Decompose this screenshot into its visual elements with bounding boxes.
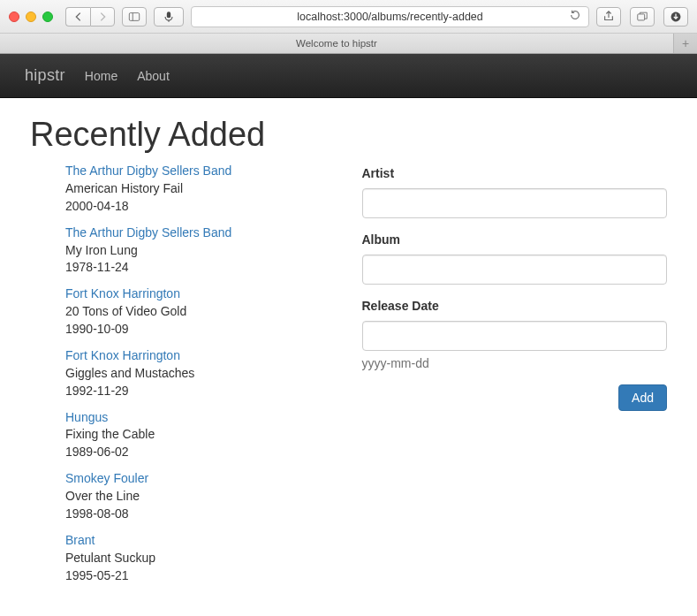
artist-input[interactable] bbox=[362, 188, 668, 218]
tabs-button[interactable] bbox=[630, 7, 655, 27]
share-icon bbox=[602, 11, 615, 23]
page-title: Recently Added bbox=[30, 116, 667, 154]
artist-label: Artist bbox=[362, 166, 668, 180]
list-item: HungusFixing the Cable1989-06-02 bbox=[65, 409, 336, 462]
download-icon bbox=[670, 11, 682, 23]
artist-link[interactable]: Fort Knox Harrington bbox=[65, 285, 336, 303]
album-name: American History Fail bbox=[65, 180, 336, 198]
artist-link[interactable]: Brant bbox=[65, 532, 336, 550]
new-tab-button[interactable]: + bbox=[674, 34, 697, 53]
artist-link[interactable]: The Arthur Digby Sellers Band bbox=[65, 163, 336, 180]
reload-icon bbox=[569, 9, 581, 21]
release-date: 1992-11-29 bbox=[65, 383, 336, 400]
release-field-group: Release Date yyyy-mm-dd bbox=[362, 299, 668, 370]
album-input[interactable] bbox=[362, 255, 668, 285]
browser-tab[interactable]: Welcome to hipstr bbox=[0, 34, 674, 53]
album-field-group: Album bbox=[362, 232, 668, 285]
plus-icon: + bbox=[682, 36, 689, 50]
list-item: Fort Knox Harrington20 Tons of Video Gol… bbox=[65, 285, 336, 338]
microphone-icon bbox=[163, 11, 175, 23]
reader-button[interactable] bbox=[154, 7, 184, 27]
list-item: BrantPetulant Suckup1995-05-21 bbox=[65, 532, 336, 585]
artist-link[interactable]: Fort Knox Harrington bbox=[65, 347, 336, 365]
tab-title: Welcome to hipstr bbox=[296, 38, 377, 49]
downloads-button[interactable] bbox=[663, 7, 688, 27]
chevron-left-icon bbox=[72, 11, 85, 23]
release-date: 2000-04-18 bbox=[65, 198, 336, 216]
brand[interactable]: hipstr bbox=[25, 66, 65, 85]
release-date: 1990-10-09 bbox=[65, 321, 336, 338]
album-name: Over the Line bbox=[65, 488, 336, 506]
app-navbar: hipstr Home About bbox=[0, 54, 697, 98]
forward-button[interactable] bbox=[90, 7, 115, 27]
artist-link[interactable]: Smokey Fouler bbox=[65, 470, 336, 488]
nav-link-home[interactable]: Home bbox=[85, 69, 117, 83]
albums-column: The Arthur Digby Sellers BandAmerican Hi… bbox=[30, 163, 336, 593]
close-window-button[interactable] bbox=[9, 11, 19, 22]
release-date: 1989-06-02 bbox=[65, 444, 336, 461]
tab-bar: Welcome to hipstr + bbox=[0, 34, 697, 54]
form-column: Artist Album Release Date yyyy-mm-dd Add bbox=[362, 163, 668, 593]
url-text: localhost:3000/albums/recently-added bbox=[297, 11, 483, 23]
artist-link[interactable]: The Arthur Digby Sellers Band bbox=[65, 224, 336, 242]
release-help-text: yyyy-mm-dd bbox=[362, 356, 668, 370]
release-date: 1995-05-21 bbox=[65, 567, 336, 585]
toolbar-right bbox=[596, 7, 688, 27]
album-name: 20 Tons of Video Gold bbox=[65, 303, 336, 321]
list-item: The Arthur Digby Sellers BandAmerican Hi… bbox=[65, 163, 336, 216]
svg-rect-0 bbox=[129, 12, 139, 20]
minimize-window-button[interactable] bbox=[26, 11, 36, 22]
artist-field-group: Artist bbox=[362, 166, 668, 218]
album-name: My Iron Lung bbox=[65, 242, 336, 260]
page-content: Recently Added The Arthur Digby Sellers … bbox=[0, 98, 697, 616]
sidebar-icon bbox=[128, 11, 140, 23]
add-button[interactable]: Add bbox=[618, 384, 667, 411]
zoom-window-button[interactable] bbox=[42, 11, 53, 22]
window-controls bbox=[9, 11, 53, 22]
list-item: The Arthur Digby Sellers BandMy Iron Lun… bbox=[65, 224, 336, 278]
browser-toolbar: localhost:3000/albums/recently-added bbox=[0, 0, 697, 34]
artist-link[interactable]: Hungus bbox=[65, 409, 336, 427]
nav-link-about[interactable]: About bbox=[137, 69, 170, 83]
sidebar-toggle-button[interactable] bbox=[122, 7, 147, 27]
release-date-input[interactable] bbox=[362, 321, 668, 351]
reload-button[interactable] bbox=[569, 9, 581, 24]
release-date: 1978-11-24 bbox=[65, 259, 336, 277]
share-button[interactable] bbox=[596, 7, 621, 27]
release-label: Release Date bbox=[362, 299, 668, 313]
album-name: Fixing the Cable bbox=[65, 426, 336, 444]
album-list: The Arthur Digby Sellers BandAmerican Hi… bbox=[30, 163, 336, 584]
url-bar[interactable]: localhost:3000/albums/recently-added bbox=[191, 6, 589, 27]
back-button[interactable] bbox=[65, 7, 90, 27]
release-date: 1998-08-08 bbox=[65, 506, 336, 523]
tabs-icon bbox=[636, 11, 648, 23]
album-label: Album bbox=[362, 232, 668, 247]
album-name: Petulant Suckup bbox=[65, 550, 336, 567]
chevron-right-icon bbox=[96, 11, 109, 23]
list-item: Smokey FoulerOver the Line1998-08-08 bbox=[65, 470, 336, 523]
svg-rect-4 bbox=[638, 13, 645, 19]
album-name: Giggles and Mustaches bbox=[65, 365, 336, 383]
nav-buttons bbox=[65, 7, 115, 27]
svg-rect-2 bbox=[167, 11, 170, 18]
list-item: Fort Knox HarringtonGiggles and Mustache… bbox=[65, 347, 336, 400]
